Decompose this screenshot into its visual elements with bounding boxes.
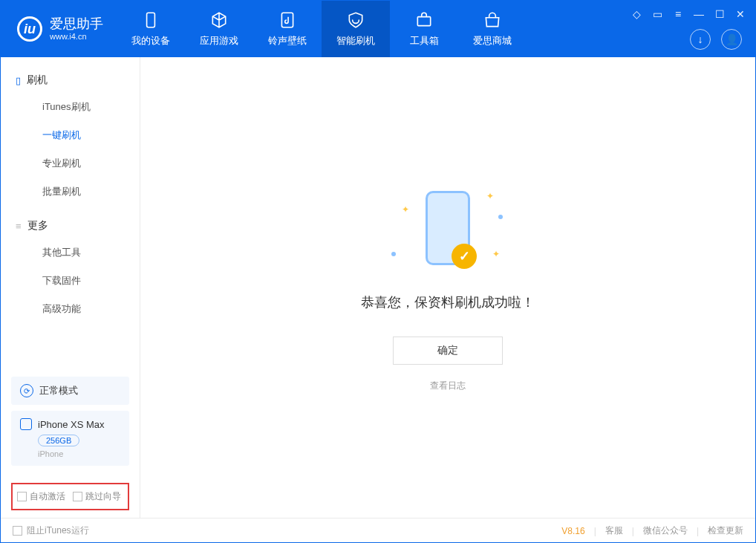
sidebar-item-other-tools[interactable]: 其他工具	[1, 238, 140, 267]
logo-area: iu 爱思助手 www.i4.cn	[1, 1, 117, 57]
tab-label: 智能刷机	[336, 34, 375, 48]
wechat-link[interactable]: 微信公众号	[643, 524, 688, 537]
device-box[interactable]: iPhone XS Max 256GB iPhone	[11, 411, 129, 466]
app-url: www.i4.cn	[50, 32, 103, 41]
app-name: 爱思助手	[50, 17, 103, 32]
skip-guide-checkbox[interactable]: 跳过向导	[73, 490, 121, 503]
tab-smart-flash[interactable]: 智能刷机	[322, 1, 390, 57]
sidebar-item-pro-flash[interactable]: 专业刷机	[1, 149, 140, 178]
menu-icon[interactable]: ≡	[672, 8, 684, 20]
success-illustration: ✦ ✦ ✦ ✓	[388, 183, 507, 273]
device-type: iPhone	[38, 449, 120, 458]
cube-icon	[209, 10, 229, 30]
refresh-shield-icon	[346, 10, 365, 30]
separator: |	[697, 526, 699, 536]
tab-toolbox[interactable]: 工具箱	[390, 1, 458, 57]
version-label: V8.16	[561, 526, 584, 536]
checkbox-icon	[73, 492, 82, 501]
user-icon[interactable]: 👤	[721, 29, 742, 50]
view-log-link[interactable]: 查看日志	[430, 380, 466, 392]
tab-store[interactable]: 爱思商城	[458, 1, 527, 57]
tab-label: 爱思商城	[473, 34, 512, 48]
checkbox-label: 阻止iTunes运行	[27, 524, 89, 537]
success-message: 恭喜您，保资料刷机成功啦！	[361, 293, 535, 311]
device-icon	[141, 10, 160, 30]
storage-badge: 256GB	[38, 435, 79, 446]
svg-rect-0	[147, 13, 155, 27]
section-title: 更多	[27, 219, 48, 233]
list-icon: ≡	[16, 221, 22, 232]
sidebar-item-advanced[interactable]: 高级功能	[1, 295, 140, 323]
lock-icon[interactable]: ▭	[651, 8, 663, 20]
phone-frame-icon: ✓	[426, 191, 470, 265]
dot-icon	[391, 252, 396, 256]
block-itunes-checkbox[interactable]: 阻止iTunes运行	[13, 524, 89, 537]
maximize-button[interactable]: ☐	[714, 8, 726, 20]
close-button[interactable]: ✕	[734, 8, 746, 20]
toolbox-icon	[414, 10, 434, 30]
app-header: iu 爱思助手 www.i4.cn 我的设备 应用游戏 铃声壁纸 智能刷机 工具…	[1, 1, 755, 57]
device-phone-icon	[20, 418, 32, 430]
header-right-icons: ↓ 👤	[690, 29, 742, 50]
sidebar-item-download-firmware[interactable]: 下载固件	[1, 267, 140, 295]
mode-label: 正常模式	[39, 384, 78, 397]
tab-my-device[interactable]: 我的设备	[117, 1, 185, 57]
store-icon	[483, 10, 502, 30]
check-badge-icon: ✓	[452, 244, 477, 269]
dot-icon	[498, 215, 503, 219]
minimize-button[interactable]: —	[693, 8, 705, 20]
separator: |	[632, 526, 634, 536]
tab-ringtones-wallpapers[interactable]: 铃声壁纸	[253, 1, 322, 57]
mode-icon: ⟳	[20, 384, 33, 397]
mode-box[interactable]: ⟳ 正常模式	[11, 377, 129, 405]
check-update-link[interactable]: 检查更新	[708, 524, 743, 537]
main-content: ✦ ✦ ✦ ✓ 恭喜您，保资料刷机成功啦！ 确定 查看日志	[140, 57, 755, 518]
device-name: iPhone XS Max	[38, 419, 105, 430]
sidebar-item-oneclick-flash[interactable]: 一键刷机	[1, 121, 140, 149]
main-tabs: 我的设备 应用游戏 铃声壁纸 智能刷机 工具箱 爱思商城	[117, 1, 527, 57]
checkbox-label: 跳过向导	[85, 490, 121, 503]
section-title: 刷机	[27, 74, 48, 87]
sparkle-icon: ✦	[486, 191, 494, 201]
confirm-button[interactable]: 确定	[393, 336, 503, 365]
music-file-icon	[278, 10, 297, 30]
checkbox-label: 自动激活	[30, 490, 65, 503]
status-bar: 阻止iTunes运行 V8.16 | 客服 | 微信公众号 | 检查更新	[1, 518, 755, 543]
logo-icon: iu	[17, 16, 42, 42]
checkbox-icon	[13, 526, 22, 536]
tab-apps-games[interactable]: 应用游戏	[185, 1, 253, 57]
sidebar-section-flash: ▯ 刷机	[1, 68, 140, 93]
tab-label: 应用游戏	[200, 34, 238, 48]
highlighted-options: 自动激活 跳过向导	[11, 483, 129, 510]
window-controls: ◇ ▭ ≡ — ☐ ✕	[630, 8, 746, 20]
sparkle-icon: ✦	[402, 204, 409, 215]
sparkle-icon: ✦	[492, 249, 500, 259]
tab-label: 我的设备	[131, 34, 170, 48]
sidebar-item-itunes-flash[interactable]: iTunes刷机	[1, 93, 140, 121]
svg-rect-2	[417, 17, 430, 26]
svg-rect-1	[281, 13, 293, 27]
tab-label: 工具箱	[410, 34, 439, 48]
phone-icon: ▯	[16, 75, 21, 86]
sidebar-item-batch-flash[interactable]: 批量刷机	[1, 178, 140, 206]
shirt-icon[interactable]: ◇	[630, 8, 642, 20]
separator: |	[594, 526, 596, 536]
sidebar-section-more: ≡ 更多	[1, 213, 140, 238]
support-link[interactable]: 客服	[605, 524, 623, 537]
download-icon[interactable]: ↓	[690, 29, 711, 50]
checkbox-icon	[17, 492, 27, 501]
sidebar: ▯ 刷机 iTunes刷机 一键刷机 专业刷机 批量刷机 ≡ 更多 其他工具 下…	[1, 57, 140, 518]
tab-label: 铃声壁纸	[268, 34, 307, 48]
auto-activate-checkbox[interactable]: 自动激活	[17, 490, 65, 503]
